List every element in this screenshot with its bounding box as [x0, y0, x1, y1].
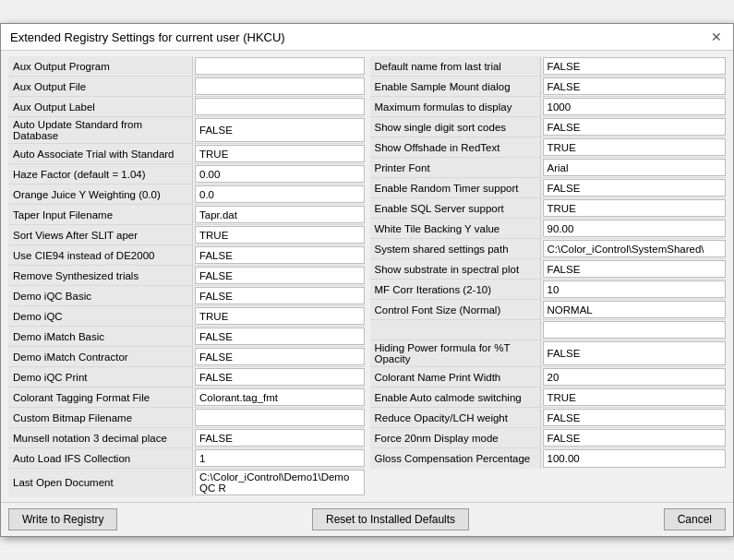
- left-column: Aux Output ProgramAux Output FileAux Out…: [8, 56, 365, 496]
- field-label: Remove Synthesized trials: [8, 266, 193, 285]
- field-label: MF Corr Iterations (2-10): [370, 280, 541, 299]
- left-field-row: Remove Synthesized trialsFALSE: [8, 266, 365, 286]
- field-label: Munsell notation 3 decimal place: [8, 428, 193, 447]
- dialog-title: Extended Registry Settings for current u…: [10, 30, 285, 44]
- field-label: Aux Output File: [8, 77, 193, 96]
- field-value[interactable]: Tapr.dat: [195, 206, 365, 223]
- field-label: [370, 320, 541, 340]
- field-value[interactable]: 1000: [543, 98, 727, 115]
- field-label: Aux Output Program: [8, 56, 193, 76]
- field-value[interactable]: [195, 409, 365, 426]
- cancel-button[interactable]: Cancel: [664, 508, 726, 530]
- left-field-row: Demo iMatch ContractorFALSE: [8, 347, 365, 367]
- field-label: Maximum formulas to display: [370, 97, 541, 116]
- left-field-row: Demo iQCTRUE: [8, 306, 365, 327]
- field-value[interactable]: TRUE: [543, 199, 727, 217]
- field-value[interactable]: 10: [543, 280, 727, 298]
- field-value[interactable]: TRUE: [543, 388, 727, 406]
- field-label: Force 20nm Display mode: [370, 428, 541, 447]
- field-value[interactable]: FALSE: [195, 368, 365, 386]
- field-value[interactable]: C:\Color_iControl\Demo1\Demo QC R: [195, 470, 365, 495]
- left-field-row: Demo iQC BasicFALSE: [8, 286, 365, 306]
- reset-defaults-button[interactable]: Reset to Installed Defaults: [312, 508, 469, 530]
- left-field-row: Aux Output Label: [8, 97, 365, 117]
- right-field-row: Default name from last trialFALSE: [370, 56, 727, 77]
- field-value[interactable]: NORMAL: [543, 301, 727, 318]
- field-value[interactable]: FALSE: [195, 287, 365, 304]
- right-field-row: MF Corr Iterations (2-10)10: [370, 280, 727, 300]
- field-value[interactable]: 90.00: [543, 220, 727, 237]
- field-value[interactable]: FALSE: [543, 57, 727, 75]
- field-value[interactable]: 100.00: [543, 449, 727, 468]
- field-label: White Tile Backing Y value: [370, 219, 541, 238]
- field-value[interactable]: Arial: [543, 159, 727, 176]
- right-field-row: Colorant Name Print Width20: [370, 367, 727, 387]
- field-value[interactable]: FALSE: [195, 118, 365, 142]
- field-value[interactable]: 1: [195, 449, 365, 467]
- footer-left: Write to Registry: [8, 508, 117, 530]
- field-value[interactable]: FALSE: [195, 429, 365, 447]
- field-value[interactable]: FALSE: [195, 348, 365, 365]
- field-label: Colorant Tagging Format File: [8, 387, 193, 407]
- left-field-row: Colorant Tagging Format FileColorant.tag…: [8, 387, 365, 408]
- left-field-row: Aux Output Program: [8, 56, 365, 77]
- field-value[interactable]: TRUE: [543, 138, 727, 156]
- field-label: Colorant Name Print Width: [370, 367, 541, 387]
- field-label: Auto Associate Trial with Standard: [8, 144, 193, 163]
- field-label: Use CIE94 instead of DE2000: [8, 245, 193, 265]
- right-field-row: Printer FontArial: [370, 158, 727, 178]
- field-label: Gloss Compensation Percentage: [370, 448, 541, 469]
- dialog: Extended Registry Settings for current u…: [0, 23, 734, 537]
- field-label: Demo iMatch Contractor: [8, 347, 193, 366]
- field-label: Aux Output Label: [8, 97, 193, 116]
- field-value[interactable]: FALSE: [543, 260, 727, 278]
- right-field-row: Show substrate in spectral plotFALSE: [370, 259, 727, 280]
- right-column: Default name from last trialFALSEEnable …: [370, 56, 727, 496]
- field-label: Sort Views After SLIT aper: [8, 225, 193, 244]
- field-label: Enable Auto calmode switching: [370, 387, 541, 407]
- field-value[interactable]: TRUE: [195, 145, 365, 162]
- left-field-row: Custom Bitmap Filename: [8, 408, 365, 428]
- field-value[interactable]: FALSE: [543, 409, 727, 426]
- content-area: Aux Output ProgramAux Output FileAux Out…: [1, 51, 733, 502]
- field-value[interactable]: FALSE: [195, 246, 365, 264]
- field-value[interactable]: TRUE: [195, 307, 365, 325]
- left-field-row: Sort Views After SLIT aperTRUE: [8, 225, 365, 245]
- write-registry-button[interactable]: Write to Registry: [8, 508, 117, 530]
- field-value[interactable]: 20: [543, 368, 727, 386]
- field-value[interactable]: FALSE: [543, 429, 727, 447]
- field-label: Auto Update Standard from Database: [8, 117, 193, 143]
- field-value[interactable]: [543, 321, 727, 339]
- field-label: Hiding Power formula for %T Opacity: [370, 340, 541, 366]
- field-value[interactable]: [195, 57, 365, 75]
- field-value[interactable]: FALSE: [195, 267, 365, 284]
- field-value[interactable]: [195, 77, 365, 95]
- right-field-row: Gloss Compensation Percentage100.00: [370, 448, 727, 469]
- field-label: Taper Input Filename: [8, 205, 193, 224]
- right-field-row: Show single digit sort codesFALSE: [370, 117, 727, 137]
- right-field-row: White Tile Backing Y value90.00: [370, 219, 727, 239]
- field-value[interactable]: 0.0: [195, 185, 365, 203]
- right-field-row: Control Font Size (Normal)NORMAL: [370, 300, 727, 320]
- field-label: Default name from last trial: [370, 56, 541, 76]
- field-label: Auto Load IFS Collection: [8, 448, 193, 468]
- field-label: System shared settings path: [370, 239, 541, 258]
- field-value[interactable]: FALSE: [543, 118, 727, 136]
- field-value[interactable]: 0.00: [195, 165, 365, 183]
- field-value[interactable]: FALSE: [543, 179, 727, 197]
- close-button[interactable]: ✕: [709, 30, 724, 44]
- field-value[interactable]: FALSE: [543, 341, 727, 365]
- title-bar: Extended Registry Settings for current u…: [1, 24, 733, 51]
- field-value[interactable]: FALSE: [195, 328, 365, 345]
- left-field-row: Taper Input FilenameTapr.dat: [8, 205, 365, 225]
- field-value[interactable]: C:\Color_iControl\SystemShared\: [543, 240, 727, 257]
- left-field-row: Haze Factor (default = 1.04)0.00: [8, 164, 365, 185]
- field-value[interactable]: FALSE: [543, 77, 727, 95]
- field-value[interactable]: [195, 98, 365, 115]
- field-label: Demo iQC: [8, 306, 193, 326]
- right-field-row: Show Offshade in RedTextTRUE: [370, 137, 727, 158]
- left-field-row: Auto Associate Trial with StandardTRUE: [8, 144, 365, 164]
- field-value[interactable]: TRUE: [195, 226, 365, 244]
- field-label: Demo iMatch Basic: [8, 327, 193, 346]
- field-value[interactable]: Colorant.tag_fmt: [195, 388, 365, 406]
